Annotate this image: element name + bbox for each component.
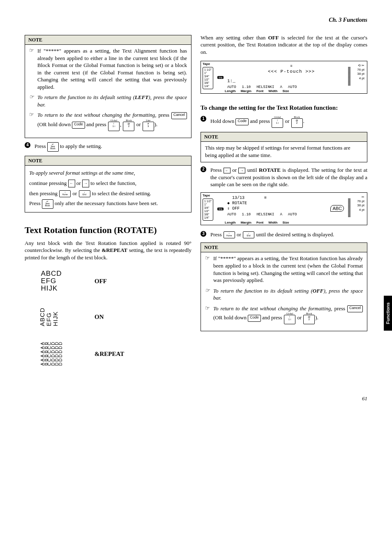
subsection-title: To change the setting for the Text Rotat… [201,104,367,112]
note-title: NOTE [25,35,191,45]
up-home-key: ↑Home [59,190,71,197]
cancel-key: Cancel [171,112,187,119]
t: To return to the text without changing t… [37,112,157,118]
step-3: 3 Press ↑Home or ↓End until the desired … [201,231,367,239]
example-off-label: OFF [95,277,107,285]
down-end-key: ↓End [243,231,254,238]
step-number-icon: 3 [201,231,206,237]
t: only after the necessary functions have … [55,200,158,206]
lcd-display-2: Tape 1 1/2"1"3/4"1/2"3/8"1/4" Ins ✂ 76 p… [201,192,367,225]
t: and press [250,118,271,124]
pointer-icon: ☞ [205,255,210,284]
rotation-examples: ABCD EFG HIJK OFF ABCD EFG HIJK ON [25,270,191,366]
ins-indicator: Ins [217,76,224,79]
up-home-key: ↑Home [224,231,235,238]
note-text-3: To return to the text without changing t… [37,111,187,131]
note-title: NOTE [25,156,191,166]
note-box-2: NOTE To apply several format settings at… [25,156,191,212]
lcd-display-1: Tape 1 1/2"1"3/4"1/2"3/8"1/4" Ins ⟲ ✂ 76… [201,61,367,94]
example-repeat-label: &REPEAT [95,350,124,358]
code-key: Code [248,315,261,322]
note-text: To return the function to its default se… [213,287,363,302]
t: or [237,231,242,238]
lcd-labels: LengthMarginFontWidthSize [225,89,346,93]
pointer-icon: ☞ [205,287,210,302]
tape-label: Tape [203,62,210,66]
t: ). [154,121,158,127]
pointer-icon: ☞ [29,111,34,131]
t: until the desired setting is displayed. [256,231,334,238]
t: press [157,112,171,118]
example-on-label: ON [95,313,104,321]
t: or [285,118,291,124]
t: Hold down [210,118,235,124]
key-2-block: Block@2 [291,116,303,128]
pointer-icon: ☞ [29,47,34,90]
key-1-global: Global!1 i [272,116,283,128]
pointer-icon: ☞ [205,305,210,325]
ins-indicator: Ins [217,208,224,210]
t: Press [35,143,47,149]
key-2-block: Block@2 [303,312,315,324]
note-box-3: NOTE This step may be skipped if setting… [201,132,367,162]
t: to apply the setting. [60,143,102,149]
tape-label: Tape [203,194,210,197]
key-1-global: Global!1 i [108,119,120,131]
section-title: Text Rotation function (ROTATE) [25,224,191,236]
t: or [136,121,142,127]
example-repeat-sample: AAAAAA BBBBBB CCCCCC DDDDDD DDDDDD DDDDD… [25,342,78,366]
step-2: 2 Press ← or → until ROTATE is displayed… [201,166,367,188]
key-3-line: Line#3 [143,119,154,131]
example-on-sample: ABCD EFG HIJK [39,307,64,326]
t: or [72,190,78,196]
down-end-key: ↓End [79,190,90,197]
right-arrow-key: → [238,168,245,173]
code-key: Code [235,118,249,125]
t: then pressing [29,190,59,196]
t: continue pressing [29,180,68,186]
pt-indicators: ✂ 76 pt38 pt4 pt [357,195,364,212]
step-number-icon: 4 [25,142,30,148]
t: To apply several format settings at the … [29,168,187,178]
pointer-icon: ☞ [29,94,34,108]
section-para: Any text block with the Text Rotation fu… [25,240,191,261]
step-4: 4 Press ↵NewBlock to apply the setting. [25,142,191,152]
t: to select the function, [90,180,136,186]
t: to select the desired setting. [92,190,151,196]
side-tab: Functions [384,296,392,331]
return-key: ↵NewBlock [47,142,59,152]
t: or [76,180,82,186]
tape-sizes: 1 1/2"1"3/4"1/2"3/8"1/4" [203,199,213,221]
note-text: To return to the text without changing t… [213,305,363,325]
t: Press [210,167,224,173]
scale-bar-icon [348,67,350,86]
note-text: If "*****" appears as a setting, the Tex… [213,255,363,284]
key-1-global: Global!1 i [284,312,295,324]
note-title: NOTE [201,132,367,142]
note-box-4: NOTE ☞ If "*****" appears as a setting, … [201,242,367,331]
tape-sizes: 1 1/2"1"3/4"1/2"3/8"1/4" [203,67,213,89]
note-text: This step may be skipped if settings for… [201,142,367,162]
abc-sample: ABC [330,205,344,212]
t: or [232,167,238,173]
lcd-title: <<< P-touch >>> [219,69,364,75]
pt-indicators: ⟲ ✂ 76 pt38 pt4 pt [357,64,364,81]
example-off-sample: ABCD EFG HIJK [41,270,62,292]
note-text-2: To return the function to its default se… [37,94,187,108]
lcd-values: AUTO1.10HELSINKIAAUTO [219,212,364,217]
return-key: ↵NewBlock [42,199,53,209]
step-number-icon: 1 [201,116,206,122]
t: , [120,121,123,127]
left-arrow-key: ← [68,180,75,187]
right-column: When any setting other than OFF is selec… [201,32,367,379]
lcd-cursor-line: 1:_ [219,78,364,84]
right-arrow-key: → [82,180,89,187]
t: until [247,167,259,173]
code-key: Code [72,122,85,129]
key-2-block: Block@2 [123,119,134,131]
intro-para: When any setting other than OFF is selec… [201,34,367,56]
t: To return the function to its default se… [37,94,135,100]
left-arrow-key: ← [224,168,231,173]
lcd-labels: LengthMarginFontWidthSize [225,221,346,224]
left-column: NOTE ☞ If "*****" appears as a setting, … [25,32,191,379]
